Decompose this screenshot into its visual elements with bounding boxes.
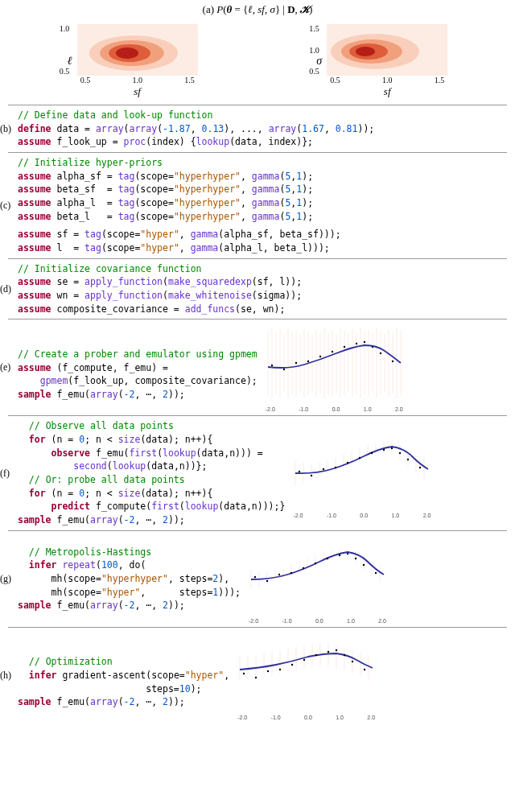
gp-plot-gradient <box>236 631 377 711</box>
svg-point-113 <box>347 553 348 554</box>
svg-point-51 <box>344 346 345 348</box>
svg-point-86 <box>419 466 421 468</box>
svg-rect-10 <box>264 323 405 403</box>
svg-point-138 <box>279 669 281 670</box>
svg-point-80 <box>359 456 360 458</box>
svg-point-85 <box>407 458 409 460</box>
svg-point-139 <box>291 664 293 666</box>
plot-f: -2.0-1.00.01.02.0 <box>291 429 432 518</box>
section-b: (b) // Define data and look-up function … <box>0 105 515 152</box>
svg-rect-87 <box>247 534 388 615</box>
plot-h-ticks: -2.0-1.00.01.02.0 <box>236 715 377 720</box>
xticks-right: 0.5 1.0 1.5 <box>327 76 447 84</box>
density-heatmap-left <box>77 24 198 76</box>
svg-point-54 <box>372 346 373 348</box>
code-d: // Initialize covariance function assume… <box>18 262 512 316</box>
svg-point-111 <box>327 558 328 559</box>
section-d: (d) // Initialize covariance function as… <box>0 259 515 319</box>
svg-point-9 <box>356 47 375 56</box>
svg-point-142 <box>328 651 329 653</box>
label-f: (f) <box>0 468 18 480</box>
yticks-left: 1.0 0.5 <box>60 24 70 76</box>
label-h: (h) <box>0 670 18 682</box>
label-b: (b) <box>0 123 18 135</box>
code-b: // Define data and look-up function defi… <box>18 109 512 149</box>
svg-point-115 <box>363 564 365 566</box>
section-g: (g) // Metropolis-Hastings infer repeat(… <box>0 531 515 627</box>
code-c: // Initialize hyper-priors assume alpha_… <box>18 156 512 255</box>
xlabel-right: sf <box>384 85 391 98</box>
svg-point-135 <box>243 673 245 674</box>
svg-point-114 <box>355 558 356 559</box>
label-e: (e) <box>0 361 18 373</box>
svg-point-83 <box>391 447 393 448</box>
svg-point-53 <box>364 341 365 343</box>
xticks-left: 0.5 1.0 1.5 <box>77 76 198 84</box>
density-plots-row: ℓ 1.0 0.5 0.5 1.0 1.5 sf <box>0 19 515 105</box>
plot-g-ticks: -2.0-1.00.01.02.0 <box>247 618 388 624</box>
svg-point-47 <box>295 362 297 364</box>
section-f: (f) // Observe all data points for (n = … <box>0 416 515 530</box>
svg-point-106 <box>266 580 268 582</box>
svg-point-141 <box>315 654 317 656</box>
yticks-right: 1.5 1.0 0.5 <box>309 24 319 76</box>
svg-point-107 <box>278 574 280 575</box>
plot-h: -2.0-1.00.01.02.0 <box>236 631 377 720</box>
label-d: (d) <box>0 283 18 295</box>
svg-point-146 <box>364 669 365 670</box>
svg-point-112 <box>339 554 340 556</box>
svg-point-56 <box>392 361 393 362</box>
svg-point-4 <box>116 47 138 59</box>
label-c: (c) <box>0 200 18 212</box>
xlabel-left: sf <box>134 85 141 98</box>
svg-point-49 <box>319 356 321 357</box>
code-f: // Observe all data points for (n = 0; n… <box>18 419 285 526</box>
svg-point-109 <box>303 567 304 569</box>
density-right: σ 1.5 1.0 0.5 0.5 1.0 1.5 <box>316 24 447 98</box>
svg-point-78 <box>335 466 336 468</box>
gp-plot-mh <box>247 534 388 615</box>
caption-a: (a) P(θ = {ℓ, sf, σ} | D, 𝒦) <box>0 0 515 19</box>
density-left: ℓ 1.0 0.5 0.5 1.0 1.5 sf <box>68 24 198 98</box>
svg-rect-57 <box>291 429 432 509</box>
svg-point-79 <box>347 461 348 463</box>
svg-point-45 <box>271 365 273 366</box>
svg-point-145 <box>352 661 353 662</box>
gp-plot-posterior <box>291 429 432 509</box>
code-e: // Create a prober and emulator using gp… <box>18 334 258 401</box>
plot-e-ticks: -2.0-1.00.01.02.0 <box>264 406 405 412</box>
label-g: (g) <box>0 573 18 585</box>
svg-point-105 <box>254 576 256 578</box>
svg-point-144 <box>344 654 345 656</box>
svg-rect-117 <box>236 631 377 711</box>
svg-point-75 <box>299 470 300 472</box>
section-h: (h) // Optimization infer gradient-ascen… <box>0 628 515 723</box>
svg-point-77 <box>323 468 324 469</box>
svg-point-52 <box>356 343 357 344</box>
plot-e: -2.0-1.00.01.02.0 <box>264 323 405 412</box>
svg-point-108 <box>290 572 292 574</box>
section-c: (c) // Initialize hyper-priors assume al… <box>0 153 515 258</box>
caption-a-text: (a) P(θ = {ℓ, sf, σ} | D, 𝒦) <box>203 3 313 15</box>
svg-point-55 <box>380 352 381 354</box>
svg-point-143 <box>336 649 337 651</box>
svg-point-48 <box>307 361 309 362</box>
svg-point-137 <box>267 670 269 672</box>
plot-g: -2.0-1.00.01.02.0 <box>247 534 388 624</box>
svg-point-110 <box>315 563 316 564</box>
section-e: (e) // Create a prober and emulator usin… <box>0 319 515 415</box>
svg-point-84 <box>399 451 401 453</box>
density-heatmap-right <box>327 24 447 76</box>
svg-point-81 <box>371 451 373 453</box>
plot-f-ticks: -2.0-1.00.01.02.0 <box>291 513 432 518</box>
svg-point-50 <box>332 351 333 352</box>
svg-point-76 <box>311 474 312 476</box>
code-g: // Metropolis-Hastings infer repeat(100,… <box>18 546 241 612</box>
svg-point-82 <box>383 448 385 450</box>
code-h: // Optimization infer gradient-ascent(sc… <box>18 642 229 709</box>
svg-point-140 <box>303 659 305 661</box>
svg-point-116 <box>375 572 377 574</box>
svg-point-46 <box>283 369 285 370</box>
gp-plot-prior <box>264 323 405 403</box>
svg-point-136 <box>255 677 257 678</box>
